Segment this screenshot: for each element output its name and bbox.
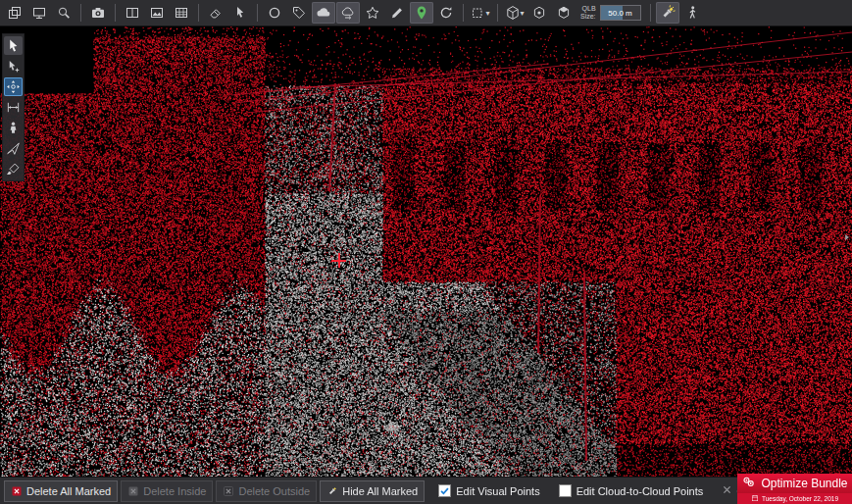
grid-view-button[interactable] — [170, 2, 193, 24]
delete-all-marked-button[interactable]: Delete All Marked — [4, 480, 118, 502]
left-toolbar — [2, 33, 25, 181]
cube-scan-button[interactable] — [527, 2, 551, 24]
copy-view-icon — [7, 5, 23, 21]
box-dropdown-icon — [471, 5, 486, 21]
cancel-x-icon — [722, 484, 732, 495]
toolbar-separator — [115, 4, 116, 22]
checkbox-label: Edit Cloud-to-Cloud Points — [576, 485, 704, 497]
measure-distance-button[interactable] — [4, 98, 23, 117]
delete-marked-icon — [11, 485, 23, 497]
top-toolbar: ▾▾QLBSize:50.0 m — [0, 0, 852, 26]
toolbar-separator — [198, 4, 199, 22]
check-icon — [439, 485, 450, 496]
checkbox-label: Edit Visual Points — [456, 485, 539, 497]
button-label: Hide All Marked — [342, 485, 418, 497]
walk-person-button[interactable] — [680, 2, 704, 24]
cancel-icon-wrap — [722, 484, 732, 497]
split-view-icon — [125, 5, 140, 21]
circle-tool-icon — [267, 5, 282, 21]
checkbox-edit-cloud-to-cloud-points[interactable]: Edit Cloud-to-Cloud Points — [559, 484, 704, 497]
location-pin-button[interactable] — [410, 2, 433, 24]
copy-view-button[interactable] — [3, 2, 26, 24]
pencil-icon — [389, 5, 405, 21]
button-label: Delete Outside — [238, 485, 310, 497]
optimize-icon-wrap — [741, 475, 756, 492]
toolbar-separator — [650, 4, 651, 22]
checkbox-edit-visual-points[interactable]: Edit Visual Points — [438, 484, 539, 497]
select-sparkle-icon — [6, 59, 21, 74]
qlb-size-slider[interactable]: 50.0 m — [600, 5, 641, 21]
app-window: ▾▾QLBSize:50.0 m Delete All MarkedDelete… — [0, 0, 852, 504]
split-view-button[interactable] — [121, 2, 144, 24]
star-button[interactable] — [361, 2, 384, 24]
cube-wire-icon — [505, 5, 521, 21]
cube-wire-button[interactable]: ▾ — [503, 2, 526, 24]
optimize-bundle-row: Optimize Bundle — [737, 474, 852, 493]
cube-solid-button[interactable] — [552, 2, 576, 24]
star-icon — [365, 5, 380, 21]
cloud-sync-button[interactable] — [336, 2, 360, 24]
delete-outside-button[interactable]: Delete Outside — [216, 480, 317, 502]
qlb-size-value: 50.0 m — [601, 6, 640, 20]
delete-inside-icon — [127, 485, 139, 497]
dropdown-caret-icon: ▾ — [520, 9, 524, 18]
tag-button[interactable] — [287, 2, 311, 24]
walk-person-icon — [684, 5, 700, 21]
edit-mode-checkboxes: Edit Visual PointsEdit Cloud-to-Cloud Po… — [430, 484, 711, 497]
cloud-icon — [316, 5, 331, 21]
checkbox-box — [438, 484, 451, 497]
screen-icon — [31, 5, 47, 21]
point-cloud-canvas[interactable] — [0, 26, 852, 477]
toolbar-separator — [497, 4, 498, 22]
grid-view-icon — [174, 5, 189, 21]
hide-all-marked-button[interactable]: Hide All Marked — [320, 480, 425, 502]
optimize-icon — [741, 475, 756, 489]
dropdown-caret-icon: ▾ — [485, 9, 489, 18]
refresh-person-button[interactable] — [434, 2, 458, 24]
pan-move-icon — [6, 79, 21, 94]
paint-mark-icon — [6, 162, 21, 176]
measure-distance-icon — [6, 100, 21, 115]
button-label: Delete Inside — [143, 485, 206, 497]
box-dropdown-button[interactable]: ▾ — [469, 2, 492, 24]
zoom-view-icon — [56, 5, 72, 21]
camera-icon — [90, 5, 106, 21]
marked-actions-group: Delete All MarkedDelete InsideDelete Out… — [4, 480, 425, 502]
fly-mode-button[interactable] — [4, 139, 23, 158]
delete-outside-icon — [223, 485, 234, 497]
cube-scan-icon — [531, 5, 547, 21]
eraser-button[interactable] — [204, 2, 227, 24]
delete-inside-button[interactable]: Delete Inside — [121, 480, 213, 502]
pan-move-button[interactable] — [4, 77, 23, 96]
optimize-bundle-button[interactable]: Optimize Bundle Tuesday, October 22, 201… — [737, 474, 852, 504]
toolbar-separator — [463, 4, 464, 22]
fly-mode-icon — [6, 141, 21, 156]
point-cloud-viewport[interactable] — [0, 26, 852, 477]
street-view-button[interactable] — [4, 119, 23, 137]
paint-mark-button[interactable] — [4, 160, 23, 178]
toolbar-separator — [257, 4, 258, 22]
location-pin-icon — [414, 5, 429, 21]
camera-button[interactable] — [86, 2, 110, 24]
screen-button[interactable] — [27, 2, 51, 24]
select-sparkle-button[interactable] — [4, 57, 23, 76]
pencil-button[interactable] — [385, 2, 409, 24]
select-arrow-button[interactable] — [4, 36, 23, 55]
panel-expand-button[interactable] — [841, 228, 852, 246]
qlb-size-control: QLBSize:50.0 m — [580, 5, 641, 21]
cloud-button[interactable] — [312, 2, 335, 24]
checkbox-box — [559, 484, 572, 497]
refresh-person-icon — [438, 5, 454, 21]
button-label: Delete All Marked — [26, 485, 111, 497]
zoom-view-button[interactable] — [52, 2, 75, 24]
image-view-icon — [149, 5, 165, 21]
panel-expand-icon — [842, 232, 852, 242]
circle-tool-button[interactable] — [263, 2, 286, 24]
cursor-plus-icon — [232, 5, 248, 21]
date-icon-wrap — [751, 494, 759, 503]
image-view-button[interactable] — [145, 2, 169, 24]
cursor-plus-button[interactable] — [228, 2, 252, 24]
tag-icon — [291, 5, 307, 21]
status-date: Tuesday, October 22, 2019 — [737, 493, 852, 504]
flashlight-button[interactable] — [656, 2, 679, 24]
